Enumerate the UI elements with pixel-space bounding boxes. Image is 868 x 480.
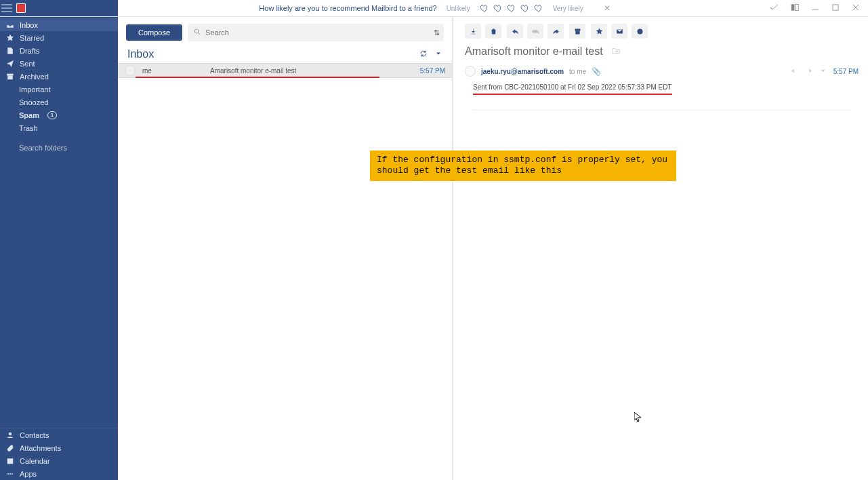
menu-icon[interactable] — [1, 1, 16, 16]
recipient-label: to me — [569, 68, 586, 75]
reading-pane: Amarisoft monitor e-mail test jaeku.ryu@… — [455, 17, 868, 480]
sender-email[interactable]: jaeku.ryu@amarisoft.com — [481, 68, 564, 75]
sidebar-item-search-folders[interactable]: Search folders — [0, 141, 118, 154]
sidebar-item-label: Calendar — [20, 457, 50, 465]
sidebar-item-label: Snoozed — [19, 98, 48, 106]
more-icon[interactable] — [819, 67, 827, 76]
heart-icon[interactable] — [480, 3, 489, 13]
svg-line-15 — [199, 33, 201, 35]
minimize-button[interactable] — [810, 3, 821, 14]
reading-toolbar — [455, 17, 868, 39]
svg-rect-6 — [7, 74, 14, 75]
compact-layout-icon[interactable] — [789, 3, 800, 14]
reply-all-button[interactable] — [527, 24, 543, 39]
sidebar-item-label: Inbox — [20, 21, 38, 29]
heart-icon[interactable] — [520, 3, 530, 13]
body-separator — [473, 110, 850, 111]
search-input[interactable] — [205, 28, 438, 37]
svg-point-13 — [12, 473, 13, 475]
nps-unlikely-label: Unlikely — [447, 5, 470, 12]
message-row[interactable]: me Amarisoft monitor e-mail test 5:57 PM — [118, 63, 452, 78]
forward-icon[interactable] — [805, 67, 812, 76]
window-controls — [762, 3, 868, 14]
svg-rect-9 — [7, 458, 13, 464]
message-list-pane: Compose ⇅ Inbox me Amarisoft monitor e-m… — [118, 17, 453, 480]
sidebar-item-starred[interactable]: Starred — [0, 31, 118, 44]
calendar-icon — [6, 457, 14, 465]
download-button[interactable] — [465, 24, 481, 39]
sidebar-item-label: Spam — [19, 111, 39, 119]
svg-point-11 — [7, 473, 9, 475]
read-all-icon[interactable] — [769, 3, 780, 14]
sender-avatar — [465, 66, 476, 77]
sidebar-item-inbox[interactable]: Inbox — [0, 18, 118, 31]
message-time: 5:57 PM — [420, 67, 445, 75]
sidebar-item-snoozed[interactable]: Snoozed — [0, 96, 118, 108]
sidebar-item-label: Starred — [20, 34, 44, 42]
refresh-icon[interactable] — [419, 49, 428, 60]
sort-icon[interactable]: ⇅ — [434, 28, 440, 37]
sidebar-item-label: Drafts — [20, 47, 39, 55]
close-button[interactable] — [850, 3, 861, 14]
annotation-note: If the configuration in ssmtp.conf is pr… — [370, 151, 676, 181]
reading-body: Sent from CBC-2021050100 at Fri 02 Sep 2… — [455, 77, 868, 117]
attachment-icon[interactable]: 📎 — [592, 67, 601, 76]
avatar — [125, 65, 136, 76]
sidebar-item-label: Apps — [20, 470, 37, 478]
compose-button[interactable]: Compose — [126, 24, 182, 41]
block-button[interactable] — [632, 24, 648, 39]
move-to-folder-icon[interactable] — [611, 46, 621, 58]
heart-icon[interactable] — [507, 3, 516, 13]
sidebar-item-trash[interactable]: Trash — [0, 121, 118, 134]
sidebar-item-calendar[interactable]: Calendar — [0, 454, 118, 467]
reply-icon[interactable] — [791, 67, 798, 76]
archive-button[interactable] — [569, 24, 585, 39]
app-logo — [16, 3, 26, 13]
svg-point-8 — [9, 433, 12, 435]
delete-button[interactable] — [485, 24, 501, 39]
sidebar-item-label: Search folders — [19, 144, 67, 152]
sidebar-item-archived[interactable]: Archived — [0, 70, 118, 83]
search-field-wrap[interactable]: ⇅ — [188, 24, 444, 41]
reading-time: 5:57 PM — [833, 68, 859, 75]
reading-subject-row: Amarisoft monitor e-mail test — [455, 39, 868, 62]
sidebar-item-apps[interactable]: Apps — [0, 467, 118, 480]
mark-read-button[interactable] — [611, 24, 627, 39]
sidebar-item-label: Attachments — [20, 444, 61, 452]
star-button[interactable] — [591, 24, 607, 39]
sidebar-item-label: Trash — [19, 124, 38, 132]
sidebar: Inbox Starred Drafts Sent Archived Impor… — [0, 17, 118, 480]
inbox-icon — [6, 21, 14, 29]
sidebar-item-label: Sent — [20, 60, 35, 68]
maximize-button[interactable] — [830, 3, 841, 14]
search-icon — [193, 28, 201, 37]
svg-rect-0 — [791, 4, 795, 10]
nps-close-button[interactable]: ✕ — [593, 3, 621, 13]
sidebar-footer: Contacts Attachments Calendar Apps — [0, 428, 118, 480]
reading-meta: jaeku.ryu@amarisoft.com to me 📎 5:57 PM — [455, 62, 868, 77]
title-bar: How likely are you to recommend Mailbird… — [0, 0, 868, 17]
sidebar-item-spam[interactable]: Spam 1 — [0, 108, 118, 121]
spam-count-badge: 1 — [47, 111, 57, 119]
message-from: me — [142, 67, 203, 75]
svg-point-12 — [9, 473, 11, 475]
sent-icon — [6, 60, 14, 68]
star-icon — [6, 34, 14, 42]
sidebar-item-label: Important — [19, 85, 50, 94]
svg-rect-3 — [833, 5, 838, 10]
sidebar-item-drafts[interactable]: Drafts — [0, 44, 118, 57]
sidebar-item-sent[interactable]: Sent — [0, 57, 118, 70]
sidebar-item-attachments[interactable]: Attachments — [0, 441, 118, 454]
sidebar-item-label: Contacts — [20, 431, 49, 439]
reply-button[interactable] — [507, 24, 523, 39]
dots-icon — [6, 470, 14, 478]
sidebar-item-important[interactable]: Important — [0, 83, 118, 96]
dropdown-icon[interactable] — [434, 49, 442, 60]
heart-icon[interactable] — [534, 3, 543, 13]
forward-button[interactable] — [547, 24, 564, 39]
nps-likely-label: Very likely — [553, 5, 583, 12]
svg-rect-17 — [575, 31, 579, 34]
sidebar-item-contacts[interactable]: Contacts — [0, 428, 118, 441]
message-subject: Amarisoft monitor e-mail test — [210, 67, 296, 75]
heart-icon[interactable] — [493, 3, 503, 13]
